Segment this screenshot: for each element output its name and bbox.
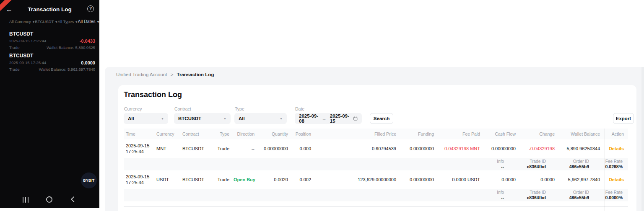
breadcrumb: Unified Trading Account > Transaction Lo… <box>116 72 214 77</box>
details-link[interactable]: Details <box>604 146 628 151</box>
cell-type: Trade <box>210 177 234 182</box>
filter-all-currency[interactable]: All Currency ▼ <box>9 19 35 24</box>
row-details-subrow: Info -- Trade ID c8364fbd Order ID 486c5… <box>124 189 628 201</box>
type-label: Type <box>235 106 244 111</box>
contract-label: Contract <box>174 106 191 111</box>
cell-wallet-balance: 5,890.96250344 <box>559 146 604 151</box>
detail-info: Info -- <box>479 190 504 200</box>
detail-fee-rate: Fee Rate 0.0000% <box>589 190 623 200</box>
cell-wallet-balance: 5,962,697.7840 <box>559 177 604 182</box>
cell-funding: 0.00000000 <box>400 146 438 151</box>
filter-all-types[interactable]: All Types ▼ <box>58 19 78 24</box>
detail-info: Info -- <box>479 159 504 169</box>
list-item[interactable]: BTCUSDT 2025-09-15 17:25:44 -0.0433 Trad… <box>9 31 95 50</box>
mobile-page-title: Transaction Log <box>0 6 99 13</box>
cell-time: 2025-09-15 17:25:44 <box>124 143 154 154</box>
detail-order-id: Order ID 486c55b9 <box>546 159 589 169</box>
cell-currency: USDT <box>154 177 180 182</box>
cell-quantity: 0.00000000 <box>259 146 292 151</box>
entry-type: Trade <box>9 67 19 72</box>
table-row: 2025-09-15 17:25:44 MNT BTCUSDT Trade --… <box>124 139 628 158</box>
cell-currency: MNT <box>154 146 180 151</box>
arrow-right-icon: → <box>322 116 327 121</box>
cell-contract: BTCUSDT <box>180 177 210 182</box>
entry-type: Trade <box>9 45 19 50</box>
cell-change: 0.0000 <box>520 177 559 182</box>
chevron-down-icon: ▼ <box>97 21 100 23</box>
details-link[interactable]: Details <box>604 177 628 182</box>
detail-trade-id: Trade ID c8364fbd <box>504 190 546 200</box>
page-title: Transaction Log <box>124 90 182 99</box>
cell-fee-paid: 0.04329198 MNT <box>438 146 484 151</box>
cell-cash-flow: 0.0000 <box>484 177 520 182</box>
filter-contract[interactable]: BTCUSDT ▼ <box>35 19 57 24</box>
cell-type: Trade <box>210 146 234 151</box>
entry-balance: Wallet Balance: 5,962,697.7840 <box>39 67 95 72</box>
contract-select[interactable]: BTCUSDT ▼ <box>174 113 231 124</box>
entry-balance: Wallet Balance: 5,890.9625 <box>47 45 95 50</box>
cell-cash-flow: 0.00000000 <box>484 146 520 151</box>
transaction-log-card: Transaction Log Currency All ▼ Contract … <box>118 85 636 211</box>
cell-time: 2025-09-15 17:25:44 <box>124 174 154 185</box>
home-icon[interactable] <box>46 196 52 203</box>
transaction-table: Time Currency Contract Type Direction Qu… <box>124 129 628 207</box>
android-nav-bar <box>0 196 99 205</box>
cell-funding: 0.00000000 <box>400 177 438 182</box>
chevron-down-icon: ▼ <box>223 117 226 120</box>
chevron-down-icon: ▼ <box>280 117 283 120</box>
mobile-filter-bar: All Currency ▼ BTCUSDT ▼ All Types ▼ All… <box>9 18 96 24</box>
mobile-app-panel: ← Transaction Log ? All Currency ▼ BTCUS… <box>0 0 99 208</box>
chevron-down-icon: ▼ <box>32 21 35 23</box>
breadcrumb-parent[interactable]: Unified Trading Account <box>116 72 167 77</box>
cell-direction: Open Buy <box>234 177 259 182</box>
filter-all-dates[interactable]: All Dates ▼ <box>78 19 99 24</box>
cell-position: 0.000 <box>292 146 315 151</box>
nav-back-icon[interactable] <box>71 196 77 202</box>
entry-time: 2025-09-15 17:25:44 <box>9 60 46 65</box>
date-label: Date <box>295 106 304 111</box>
cell-filled-price: 0.60794539 <box>315 146 400 151</box>
type-select[interactable]: All ▼ <box>234 113 287 124</box>
chevron-down-icon: ▼ <box>161 117 164 120</box>
currency-label: Currency <box>124 106 142 111</box>
mobile-header: ← Transaction Log ? <box>0 4 99 16</box>
help-icon[interactable]: ? <box>87 5 94 12</box>
date-range-picker[interactable]: 2025-09-08 → 2025-09-15 <box>295 113 362 124</box>
cell-fee-paid: 0.0000 USDT <box>438 177 484 182</box>
currency-select[interactable]: All ▼ <box>124 113 168 124</box>
entry-symbol: BTCUSDT <box>9 31 95 37</box>
bybit-floating-logo[interactable]: BYBIT <box>81 172 97 188</box>
list-item[interactable]: BTCUSDT 2025-09-15 17:25:44 0.0000 Trade… <box>9 53 95 72</box>
row-details-subrow: Info -- Trade ID c8364fbd Order ID 486c5… <box>124 158 628 170</box>
chevron-down-icon: ▼ <box>55 21 58 23</box>
cell-change: -0.04329198 <box>520 146 559 151</box>
recents-icon[interactable] <box>23 197 29 203</box>
cell-contract: BTCUSDT <box>180 146 210 151</box>
detail-trade-id: Trade ID c8364fbd <box>504 159 546 169</box>
cell-filled-price: 123,629.00000000 <box>315 177 400 182</box>
export-button[interactable]: Export <box>613 113 634 124</box>
scrollbar[interactable] <box>641 67 644 211</box>
calendar-icon <box>353 116 358 121</box>
entry-change: 0.0000 <box>81 60 95 65</box>
chevron-down-icon: ▼ <box>75 21 78 23</box>
cell-position: 0.002 <box>292 177 315 182</box>
table-row: 2025-09-15 17:25:44 USDT BTCUSDT Trade O… <box>124 170 628 189</box>
search-button[interactable]: Search <box>370 113 393 124</box>
cell-direction: -- <box>234 146 259 151</box>
entry-change: -0.0433 <box>80 39 95 44</box>
entry-symbol: BTCUSDT <box>9 53 95 59</box>
date-from: 2025-09-08 <box>299 113 319 124</box>
detail-fee-rate: Fee Rate 0.0288% <box>589 159 623 169</box>
breadcrumb-separator: > <box>171 72 174 77</box>
table-header-row: Time Currency Contract Type Direction Qu… <box>124 129 628 139</box>
date-to: 2025-09-15 <box>330 113 350 124</box>
table-divider <box>124 206 628 207</box>
action-column-separator <box>604 129 605 211</box>
cell-quantity: 0.0020 <box>259 177 292 182</box>
entry-time: 2025-09-15 17:25:44 <box>9 39 46 44</box>
detail-order-id: Order ID 486c55b9 <box>546 190 589 200</box>
breadcrumb-current: Transaction Log <box>177 72 214 77</box>
